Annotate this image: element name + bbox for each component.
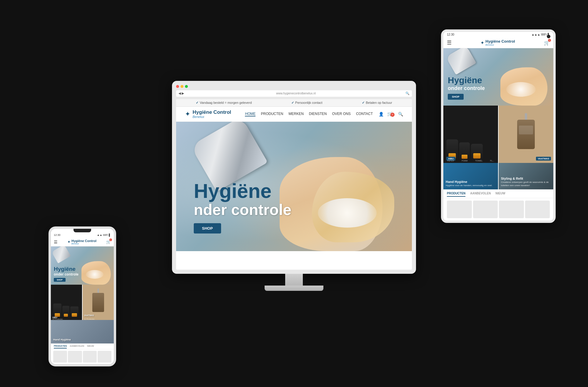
tab-logo-sub: Benelux — [485, 44, 515, 46]
tablet-grid-item-xibu[interactable]: XIBU PAPER FOAM TOWEL FL... — [443, 106, 498, 163]
service-card-hand-hygiene[interactable]: Hand Hygiëne Hygiëne voor de handen, een… — [443, 163, 498, 189]
hero-shop-button[interactable]: SHOP — [194, 223, 221, 233]
service-card-styling[interactable]: Styling & Refit Creatieve ontwerpen geef… — [499, 163, 553, 189]
ph-logo-star-icon: ✦ — [67, 240, 71, 244]
ph-tab-aanbevolen[interactable]: AANBEVOLEN — [70, 345, 84, 348]
dispenser-3 — [471, 144, 483, 160]
check-icon-3: ✓ — [362, 101, 365, 105]
hero-foam — [318, 198, 377, 228]
ph-hero-text: Hygiëne onder controle SHOP — [54, 266, 78, 282]
phone-cart-icon[interactable]: 🛒0 — [106, 240, 111, 244]
tab-logo-name: Hygiëne Control — [485, 39, 515, 44]
topbar-label-1: Vandaag besteld = morgen geleverd — [200, 101, 252, 104]
ph-dispenser-2-accent — [64, 314, 68, 317]
dispenser-3-accent — [473, 153, 481, 159]
nav-link-producten[interactable]: PRODUCTEN — [261, 112, 283, 116]
logo-sub: Benelux — [193, 115, 231, 119]
cart-icon[interactable]: 🛒0 — [387, 111, 395, 117]
close-dot[interactable] — [176, 85, 179, 88]
phone-cart-badge: 0 — [109, 238, 112, 241]
ph-dispenser-3 — [70, 306, 78, 318]
hero-text: Hygiëne nder controle SHOP — [194, 181, 291, 233]
tablet-grid-label-vaatwas: VAATWAS — [536, 157, 551, 161]
tab-nieuw[interactable]: NIEUW — [495, 192, 505, 197]
tab-logo-text-group: Hygiëne Control Benelux — [485, 39, 515, 46]
phone-signal: ▲▲ WiFi ▌ — [97, 233, 111, 236]
tab-aanbevolen[interactable]: AANBEVOLEN — [470, 192, 491, 197]
soap-dispenser — [517, 120, 535, 149]
ph-product-bar-1 — [53, 351, 67, 363]
nav-link-overons[interactable]: OVER ONS — [332, 112, 351, 116]
phone-hamburger-icon[interactable]: ☰ — [54, 240, 58, 244]
maximize-dot[interactable] — [185, 85, 188, 88]
tablet-bottom-tabs: PRODUCTEN AANBEVOLEN NIEUW — [443, 189, 553, 198]
ph-logo-sub: Benelux — [71, 243, 96, 245]
tab-producten[interactable]: PRODUCTEN — [447, 192, 465, 197]
phone-extra-label: Hand Hygiëne — [53, 338, 71, 341]
tab-hero-subtitle: onder controle — [448, 85, 485, 91]
tablet-logo: ✦ Hygiëne Control Benelux — [452, 39, 544, 46]
grid-bottom-4: FL... — [490, 160, 494, 162]
ph-product-bar-4 — [98, 351, 111, 363]
hero-section: Hygiëne nder controle SHOP — [176, 122, 412, 251]
topbar-item-2: ✓ Persoonlijk contact — [291, 101, 322, 105]
phone-extra-item-restroom[interactable]: Hand Hygiëne — [51, 320, 114, 343]
minimize-dot[interactable] — [181, 85, 183, 88]
nav-link-diensten[interactable]: DIENSTEN — [309, 112, 327, 116]
tab-hero-foam — [506, 82, 536, 97]
tablet-hero: Hygiëne onder controle SHOP — [443, 48, 553, 106]
address-bar[interactable]: ◀ ▶ www.hygienecontrolbenelux.nl 🔍 — [176, 90, 412, 97]
hamburger-icon[interactable]: ☰ — [447, 39, 452, 46]
tab-hero-shop-button[interactable]: SHOP — [448, 94, 464, 100]
tablet-grid-bottom-labels: PAPER FOAM TOWEL FL... — [443, 160, 498, 162]
ph-hero-shop-button[interactable]: SHOP — [54, 278, 66, 282]
phone-grid-label-vaatwas: VAATWAS — [84, 314, 94, 316]
ph-logo-text-group: Hygiëne Control Benelux — [71, 239, 96, 245]
tab-hero-text: Hygiëne onder controle SHOP — [448, 75, 485, 100]
monitor-neck — [285, 274, 303, 286]
tab-logo-star-icon: ✦ — [480, 40, 484, 46]
ph-dispensers-group — [51, 285, 82, 320]
phone-hero: Hygiëne onder controle SHOP — [51, 246, 114, 285]
search-icon[interactable]: 🔍 — [398, 112, 403, 116]
check-icon-1: ✓ — [196, 101, 198, 105]
browser-content: ✓ Vandaag besteld = morgen geleverd ✓ Pe… — [176, 99, 412, 270]
phone-time: 12:30 — [54, 233, 61, 236]
nav-link-home[interactable]: HOME — [245, 112, 255, 116]
ph-dispenser-2 — [62, 306, 69, 318]
monitor-stand — [172, 274, 416, 291]
tab-hero-title: Hygiëne — [448, 75, 485, 85]
phone-grid-item-vaatwas[interactable]: VAATWAS 11 Producten — [83, 285, 114, 320]
tablet-cart-icon[interactable]: 🛒0 — [544, 40, 550, 46]
tab-hero-faucet — [446, 48, 476, 75]
ph-tab-nieuw[interactable]: NIEUW — [87, 345, 94, 348]
nav-link-contact[interactable]: CONTACT — [356, 112, 373, 116]
phone-logo: ✦ Hygiëne Control Benelux — [58, 239, 106, 245]
monitor-screen-outer: ◀ ▶ www.hygienecontrolbenelux.nl 🔍 ✓ Van… — [172, 81, 416, 274]
ph-tab-producten[interactable]: PRODUCTEN — [54, 345, 67, 348]
phone-status-bar: 12:30 ▲▲ WiFi ▌ — [51, 232, 114, 238]
topbar-item-1: ✓ Vandaag besteld = morgen geleverd — [196, 101, 252, 105]
tablet-nav: ☰ ✦ Hygiëne Control Benelux 🛒0 — [443, 37, 553, 48]
grid-bottom-3: TOWEL — [475, 160, 482, 162]
ph-soap-dispenser — [92, 293, 104, 312]
site-nav: ✦ Hygiëne Control Benelux HOME PRODUCTEN… — [176, 107, 412, 122]
nav-link-merken[interactable]: MERKEN — [289, 112, 304, 116]
phone-notch — [74, 229, 91, 232]
ph-dispenser-3-accent — [72, 313, 77, 317]
dispensers-group — [443, 106, 498, 163]
phone-grid-item-xibu[interactable]: XIBU 18 Producten — [51, 285, 82, 320]
ph-soap-pump — [98, 288, 99, 293]
phone-device: 12:30 ▲▲ WiFi ▌ ☰ ✦ Hygiëne Control Bene… — [49, 226, 116, 366]
tablet-grid-item-vaatwas[interactable]: VAATWAS — [499, 106, 553, 163]
product-bar-2 — [473, 201, 498, 218]
topbar-label-3: Betalen op factuur — [366, 101, 392, 104]
soap-label-area — [519, 126, 533, 134]
ph-product-bar-2 — [68, 351, 82, 363]
service-card-1-title: Hand Hygiëne — [446, 180, 496, 184]
ph-product-bar-3 — [83, 351, 97, 363]
ph-hero-title: Hygiëne — [54, 266, 78, 272]
nav-icons: 👤 🛒0 🔍 — [379, 111, 403, 117]
account-icon[interactable]: 👤 — [379, 112, 384, 116]
grid-bottom-1: PAPER — [447, 160, 454, 162]
